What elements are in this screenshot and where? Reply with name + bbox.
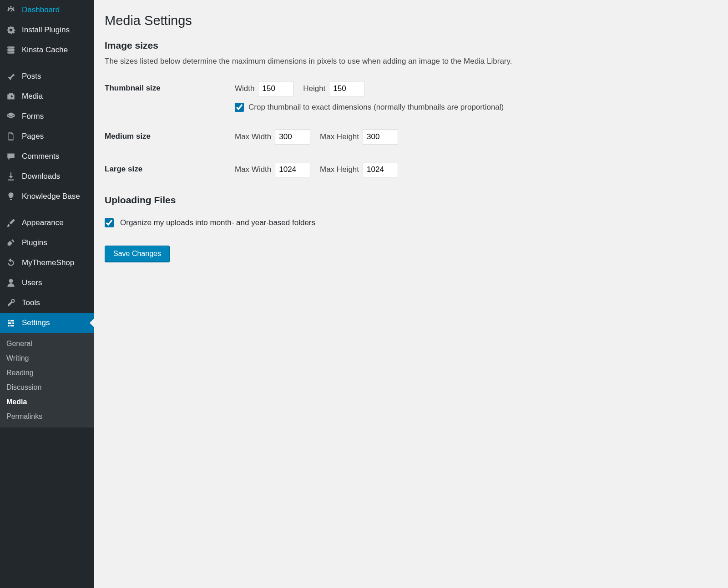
thumbnail-width-input[interactable] — [258, 81, 293, 96]
sidebar-item-install-plugins[interactable]: Install Plugins — [0, 20, 94, 40]
svg-rect-2 — [7, 51, 14, 53]
dashboard-icon — [5, 5, 16, 15]
svg-point-5 — [9, 52, 10, 53]
thumbnail-label: Thumbnail size — [105, 81, 235, 93]
sidebar-item-posts[interactable]: Posts — [0, 66, 94, 86]
bulb-icon — [5, 191, 16, 202]
submenu-item-permalinks[interactable]: Permalinks — [0, 409, 94, 424]
main-content: Media Settings Image sizes The sizes lis… — [94, 0, 728, 588]
sidebar-item-label: Media — [22, 92, 43, 101]
organize-uploads-label[interactable]: Organize my uploads into month- and year… — [120, 218, 315, 227]
sidebar-item-forms[interactable]: Forms — [0, 106, 94, 126]
sidebar-item-label: Knowledge Base — [22, 192, 80, 201]
sidebar-item-label: Install Plugins — [22, 25, 70, 35]
sidebar-item-label: Users — [22, 278, 42, 287]
sidebar-item-label: Downloads — [22, 172, 60, 181]
submenu-item-discussion[interactable]: Discussion — [0, 380, 94, 395]
sidebar-item-label: Tools — [22, 298, 40, 307]
sidebar-item-comments[interactable]: Comments — [0, 146, 94, 166]
sidebar-item-label: Settings — [22, 318, 50, 327]
thumbnail-height-input[interactable] — [329, 81, 364, 96]
sidebar-item-label: Plugins — [22, 238, 47, 247]
wrench-icon — [5, 297, 16, 308]
svg-rect-0 — [7, 46, 14, 48]
user-icon — [5, 277, 16, 288]
sidebar-item-settings[interactable]: Settings — [0, 313, 94, 333]
settings-submenu: GeneralWritingReadingDiscussionMediaPerm… — [0, 333, 94, 427]
sidebar-item-media[interactable]: Media — [0, 86, 94, 106]
thumbnail-crop-label[interactable]: Crop thumbnail to exact dimensions (norm… — [248, 103, 504, 112]
refresh-icon — [5, 257, 16, 268]
brush-icon — [5, 217, 16, 228]
sidebar-item-label: MyThemeShop — [22, 258, 74, 267]
media-icon — [5, 91, 16, 102]
thumbnail-size-row: Thumbnail size Width Height Crop thumbna… — [105, 81, 717, 112]
large-maxwidth-input[interactable] — [275, 162, 310, 177]
cache-icon — [5, 45, 16, 55]
sidebar-item-dashboard[interactable]: Dashboard — [0, 0, 94, 20]
submenu-item-reading[interactable]: Reading — [0, 366, 94, 380]
submenu-item-general[interactable]: General — [0, 337, 94, 351]
sidebar-item-plugins[interactable]: Plugins — [0, 233, 94, 253]
sidebar-item-label: Posts — [22, 72, 41, 81]
sidebar-item-users[interactable]: Users — [0, 273, 94, 293]
organize-uploads-checkbox[interactable] — [105, 218, 114, 227]
image-sizes-description: The sizes listed below determine the max… — [105, 55, 717, 67]
large-maxheight-label: Max Height — [320, 165, 359, 174]
svg-point-4 — [9, 50, 10, 50]
medium-maxheight-input[interactable] — [363, 129, 398, 145]
save-button[interactable]: Save Changes — [105, 246, 170, 262]
sidebar-item-label: Dashboard — [22, 5, 60, 15]
large-size-row: Large size Max Width Max Height — [105, 162, 717, 177]
uploading-heading: Uploading Files — [105, 195, 717, 206]
sidebar-item-downloads[interactable]: Downloads — [0, 166, 94, 186]
page-icon — [5, 131, 16, 142]
download-icon — [5, 171, 16, 182]
admin-sidebar: DashboardInstall PluginsKinsta CachePost… — [0, 0, 94, 588]
comment-icon — [5, 151, 16, 162]
thumbnail-crop-checkbox[interactable] — [235, 103, 244, 112]
medium-size-row: Medium size Max Width Max Height — [105, 129, 717, 145]
large-maxwidth-label: Max Width — [235, 165, 271, 174]
sidebar-item-label: Forms — [22, 112, 44, 121]
gear-icon — [5, 25, 16, 35]
settings-icon — [5, 317, 16, 328]
submenu-item-writing[interactable]: Writing — [0, 351, 94, 366]
svg-rect-1 — [7, 49, 14, 51]
large-label: Large size — [105, 162, 235, 174]
medium-maxwidth-input[interactable] — [275, 129, 310, 145]
image-sizes-heading: Image sizes — [105, 40, 717, 51]
sidebar-item-label: Appearance — [22, 218, 64, 227]
forms-icon — [5, 111, 16, 122]
sidebar-item-appearance[interactable]: Appearance — [0, 213, 94, 233]
sidebar-item-label: Pages — [22, 132, 44, 141]
medium-label: Medium size — [105, 129, 235, 141]
sidebar-item-label: Kinsta Cache — [22, 45, 68, 55]
pin-icon — [5, 71, 16, 82]
medium-maxheight-label: Max Height — [320, 132, 359, 141]
sidebar-item-pages[interactable]: Pages — [0, 126, 94, 146]
sidebar-item-mythemeshop[interactable]: MyThemeShop — [0, 253, 94, 273]
page-title: Media Settings — [105, 9, 717, 30]
large-maxheight-input[interactable] — [363, 162, 398, 177]
submenu-item-media[interactable]: Media — [0, 395, 94, 409]
sidebar-item-tools[interactable]: Tools — [0, 293, 94, 313]
thumbnail-height-label: Height — [303, 84, 325, 93]
svg-point-3 — [9, 47, 10, 48]
medium-maxwidth-label: Max Width — [235, 132, 271, 141]
sidebar-item-label: Comments — [22, 152, 59, 161]
plug-icon — [5, 237, 16, 248]
thumbnail-width-label: Width — [235, 84, 254, 93]
sidebar-item-knowledge-base[interactable]: Knowledge Base — [0, 186, 94, 206]
sidebar-item-kinsta-cache[interactable]: Kinsta Cache — [0, 40, 94, 60]
